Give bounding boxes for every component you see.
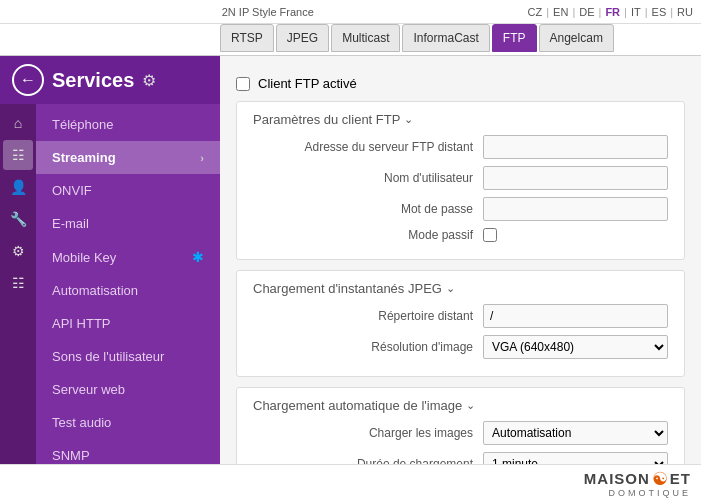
sidebar: ← Services ⚙ ⌂ ☷ 👤 🔧 ⚙ ☷ Téléphone Strea… xyxy=(0,56,220,464)
jpeg-title: Chargement d'instantanés JPEG xyxy=(253,281,442,296)
bluetooth-icon: ✱ xyxy=(192,249,204,265)
mode-passif-label: Mode passif xyxy=(253,228,483,242)
sidebar-item-snmp[interactable]: SNMP xyxy=(36,439,220,464)
sidebar-label-onvif: ONVIF xyxy=(52,183,92,198)
logo: MAISON ☯ ET DOMOTIQUE xyxy=(584,468,691,498)
logo-et: ET xyxy=(670,470,691,487)
sidebar-label-serveur: Serveur web xyxy=(52,382,125,397)
top-bar: 2N IP Style France CZ | EN | DE | FR | I… xyxy=(0,0,701,24)
bottom-bar: MAISON ☯ ET DOMOTIQUE xyxy=(0,464,701,500)
sidebar-menu: Téléphone Streaming › ONVIF E-mail Mobil… xyxy=(36,104,220,464)
mdp-row: Mot de passe xyxy=(253,197,668,221)
users-icon[interactable]: 👤 xyxy=(3,172,33,202)
auto-chevron: ⌄ xyxy=(466,399,475,412)
lang-en[interactable]: EN xyxy=(553,6,568,18)
adresse-label: Adresse du serveur FTP distant xyxy=(253,140,483,154)
charger-label: Charger les images xyxy=(253,426,483,440)
charger-select[interactable]: Automatisation Toujours Jamais xyxy=(483,421,668,445)
logo-accent-icon: ☯ xyxy=(652,468,668,490)
jpeg-group: Chargement d'instantanés JPEG ⌄ Répertoi… xyxy=(236,270,685,377)
sidebar-label-streaming: Streaming xyxy=(52,150,116,165)
nom-input[interactable] xyxy=(483,166,668,190)
client-ftp-checkbox[interactable] xyxy=(236,77,250,91)
sidebar-item-serveur[interactable]: Serveur web xyxy=(36,373,220,406)
gear-icon[interactable]: ⚙ xyxy=(3,236,33,266)
sidebar-item-automatisation[interactable]: Automatisation xyxy=(36,274,220,307)
sidebar-label-sons: Sons de l'utilisateur xyxy=(52,349,164,364)
lang-it[interactable]: IT xyxy=(631,6,641,18)
content-area: Client FTP activé Paramètres du client F… xyxy=(220,56,701,464)
tab-bar: RTSP JPEG Multicast InformaCast FTP Ange… xyxy=(0,24,701,56)
sidebar-item-onvif[interactable]: ONVIF xyxy=(36,174,220,207)
tab-rtsp[interactable]: RTSP xyxy=(220,24,274,52)
sidebar-inner: ⌂ ☷ 👤 🔧 ⚙ ☷ Téléphone Streaming › ONVIF xyxy=(0,104,220,464)
auto-header[interactable]: Chargement automatique de l'image ⌄ xyxy=(253,398,668,413)
tools-icon[interactable]: 🔧 xyxy=(3,204,33,234)
logo-text: MAISON xyxy=(584,470,650,487)
client-ftp-label: Client FTP activé xyxy=(258,76,357,91)
lang-cz[interactable]: CZ xyxy=(528,6,543,18)
resolution-select[interactable]: VGA (640x480) QVGA (320x240) HD (1280x72… xyxy=(483,335,668,359)
repertoire-label: Répertoire distant xyxy=(253,309,483,323)
sidebar-item-mobilekey[interactable]: Mobile Key ✱ xyxy=(36,240,220,274)
grid-icon[interactable]: ☷ xyxy=(3,268,33,298)
lang-ru[interactable]: RU xyxy=(677,6,693,18)
params-ftp-group: Paramètres du client FTP ⌄ Adresse du se… xyxy=(236,101,685,260)
mdp-label: Mot de passe xyxy=(253,202,483,216)
sidebar-item-testaudio[interactable]: Test audio xyxy=(36,406,220,439)
sidebar-item-sons[interactable]: Sons de l'utilisateur xyxy=(36,340,220,373)
adresse-input[interactable] xyxy=(483,135,668,159)
auto-group: Chargement automatique de l'image ⌄ Char… xyxy=(236,387,685,464)
sidebar-item-api[interactable]: API HTTP xyxy=(36,307,220,340)
settings-icon: ⚙ xyxy=(142,71,156,90)
main-layout: ← Services ⚙ ⌂ ☷ 👤 🔧 ⚙ ☷ Téléphone Strea… xyxy=(0,56,701,464)
params-ftp-header[interactable]: Paramètres du client FTP ⌄ xyxy=(253,112,668,127)
resolution-label: Résolution d'image xyxy=(253,340,483,354)
sidebar-title: Services xyxy=(52,69,134,92)
sidebar-item-streaming[interactable]: Streaming › xyxy=(36,141,220,174)
sidebar-item-telephone[interactable]: Téléphone xyxy=(36,108,220,141)
lang-es[interactable]: ES xyxy=(652,6,667,18)
chart-icon[interactable]: ☷ xyxy=(3,140,33,170)
adresse-row: Adresse du serveur FTP distant xyxy=(253,135,668,159)
jpeg-header[interactable]: Chargement d'instantanés JPEG ⌄ xyxy=(253,281,668,296)
client-ftp-section: Client FTP activé xyxy=(236,76,685,91)
chevron-right-icon: › xyxy=(200,152,204,164)
mode-passif-row: Mode passif xyxy=(253,228,668,242)
mode-passif-checkbox[interactable] xyxy=(483,228,497,242)
charger-row: Charger les images Automatisation Toujou… xyxy=(253,421,668,445)
language-selector[interactable]: CZ | EN | DE | FR | IT | ES | RU xyxy=(528,6,693,18)
lang-fr[interactable]: FR xyxy=(605,6,620,18)
home-icon[interactable]: ⌂ xyxy=(3,108,33,138)
nom-row: Nom d'utilisateur xyxy=(253,166,668,190)
sidebar-label-telephone: Téléphone xyxy=(52,117,113,132)
params-ftp-chevron: ⌄ xyxy=(404,113,413,126)
tab-angelcam[interactable]: Angelcam xyxy=(539,24,614,52)
repertoire-row: Répertoire distant xyxy=(253,304,668,328)
top-bar-center: 2N IP Style France xyxy=(222,6,314,18)
mdp-input[interactable] xyxy=(483,197,668,221)
duree-row: Durée de chargement 1 minute 5 minutes 1… xyxy=(253,452,668,464)
sidebar-label-email: E-mail xyxy=(52,216,89,231)
duree-select[interactable]: 1 minute 5 minutes 10 minutes 30 minutes xyxy=(483,452,668,464)
sidebar-label-api: API HTTP xyxy=(52,316,111,331)
tab-jpeg[interactable]: JPEG xyxy=(276,24,329,52)
tab-ftp[interactable]: FTP xyxy=(492,24,537,52)
sidebar-label-snmp: SNMP xyxy=(52,448,90,463)
tab-informacast[interactable]: InformaCast xyxy=(402,24,489,52)
repertoire-input[interactable] xyxy=(483,304,668,328)
back-button[interactable]: ← xyxy=(12,64,44,96)
logo-domotique: DOMOTIQUE xyxy=(609,488,692,498)
params-ftp-title: Paramètres du client FTP xyxy=(253,112,400,127)
nom-label: Nom d'utilisateur xyxy=(253,171,483,185)
duree-label: Durée de chargement xyxy=(253,457,483,464)
sidebar-label-testaudio: Test audio xyxy=(52,415,111,430)
sidebar-header: ← Services ⚙ xyxy=(0,56,220,104)
auto-title: Chargement automatique de l'image xyxy=(253,398,462,413)
resolution-row: Résolution d'image VGA (640x480) QVGA (3… xyxy=(253,335,668,359)
sidebar-item-email[interactable]: E-mail xyxy=(36,207,220,240)
sidebar-label-automatisation: Automatisation xyxy=(52,283,138,298)
lang-de[interactable]: DE xyxy=(579,6,594,18)
tab-multicast[interactable]: Multicast xyxy=(331,24,400,52)
sidebar-label-mobilekey: Mobile Key xyxy=(52,250,116,265)
